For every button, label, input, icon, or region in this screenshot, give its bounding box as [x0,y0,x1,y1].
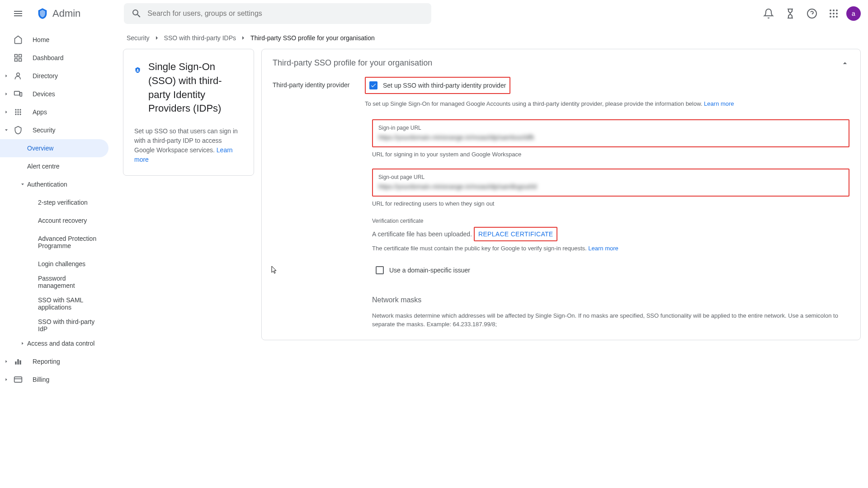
search-bar[interactable] [124,3,431,24]
svg-rect-10 [15,55,18,57]
svg-rect-11 [19,55,22,57]
svg-point-21 [17,111,19,113]
card-icon [14,375,23,384]
svg-rect-16 [20,93,22,96]
header-actions: a [760,5,861,23]
svg-point-17 [15,109,16,110]
sidebar-item-login-challenges[interactable]: Login challenges [0,255,108,273]
bell-icon [763,8,774,19]
setup-helper: To set up Single Sign-On for managed Goo… [365,99,849,108]
sidebar-item-authentication[interactable]: Authentication [0,175,108,193]
svg-point-18 [17,109,19,110]
devices-icon [14,89,23,99]
checkbox-icon [369,81,377,89]
help-button[interactable] [803,5,821,23]
chevron-right-icon [4,377,9,382]
info-card-description: Set up SSO so that users can sign in wit… [134,127,243,164]
signin-url-helper: URL for signing in to your system and Go… [372,151,849,158]
signin-url-label: Sign-in page URL [378,125,843,131]
chevron-right-icon [4,74,9,78]
certificate-helper: The certificate file must contain the pu… [372,245,849,252]
svg-rect-29 [14,377,22,382]
sidebar-item-security[interactable]: Security [0,121,108,139]
checkbox-icon [376,266,384,274]
avatar[interactable]: a [846,6,861,21]
sidebar-item-directory[interactable]: Directory [0,67,108,85]
sidebar-item-overview[interactable]: Overview [0,139,108,157]
signin-url-input[interactable]: https://yourdomain.miniorange.in/moas/id… [378,134,843,143]
sidebar-item-billing[interactable]: Billing [0,371,108,389]
sidebar-item-account-recovery[interactable]: Account recovery [0,211,108,230]
sidebar-item-access-data-control[interactable]: Access and data control [0,334,108,352]
help-icon [807,8,817,19]
menu-icon [13,8,24,19]
svg-point-3 [836,9,838,11]
panel-header[interactable]: Third-party SSO profile for your organis… [262,49,860,77]
setup-learn-more-link[interactable]: Learn more [704,100,734,107]
app-title: Admin [52,8,80,19]
certificate-learn-more-link[interactable]: Learn more [588,245,618,252]
sidebar-item-sso-saml[interactable]: SSO with SAML applications [0,291,108,316]
svg-point-9 [836,16,838,18]
sidebar-item-alert-centre[interactable]: Alert centre [0,157,108,175]
svg-point-24 [17,113,19,115]
home-icon [14,35,23,44]
main-content: Security SSO with third-party IDPs Third… [116,27,868,488]
svg-point-8 [833,16,835,18]
app-header: Admin a [0,0,868,27]
tasks-button[interactable] [781,5,799,23]
apps-icon [14,108,23,117]
sidebar-item-home[interactable]: Home [0,31,108,49]
chevron-right-icon [153,34,160,42]
dashboard-icon [14,53,23,62]
section-label: Third-party identity provider [273,77,354,329]
sidebar-item-sso-third-party[interactable]: SSO with third-party IdP [0,316,108,334]
sidebar-item-dashboard[interactable]: Dashboard [0,49,108,67]
info-card: Single Sign-On (SSO) with third-party Id… [123,49,254,176]
svg-point-6 [836,13,838,14]
svg-point-2 [833,9,835,11]
breadcrumb-sso-idps[interactable]: SSO with third-party IDPs [164,34,236,42]
sidebar-item-devices[interactable]: Devices [0,85,108,103]
app-logo[interactable]: Admin [36,7,80,20]
breadcrumb: Security SSO with third-party IDPs Third… [123,27,861,49]
replace-certificate-button[interactable]: REPLACE CERTIFICATE [474,227,557,241]
chevron-right-icon [240,34,247,42]
certificate-field: Verification certificate A certificate f… [372,218,849,252]
chevron-right-icon [4,110,9,114]
network-masks-description: Network masks determine which addresses … [372,311,849,329]
menu-button[interactable] [7,3,29,24]
notifications-button[interactable] [760,5,778,23]
chart-icon [14,357,23,366]
search-input[interactable] [147,9,424,18]
signout-url-input[interactable]: https://yourdomain.miniorange.in/moas/id… [378,183,843,192]
svg-point-25 [19,113,21,115]
signout-url-field: Sign-out page URL https://yourdomain.min… [372,169,849,207]
apps-launcher-button[interactable] [825,5,843,23]
svg-rect-15 [14,91,20,95]
sidebar-item-advanced-protection[interactable]: Advanced Protection Programme [0,230,108,255]
setup-sso-checkbox[interactable]: Set up SSO with third-party identity pro… [365,77,510,94]
svg-point-31 [137,69,138,70]
svg-point-5 [833,13,835,14]
admin-logo-icon [36,7,49,20]
security-badge-icon [134,60,141,80]
signout-url-helper: URL for redirecting users to when they s… [372,200,849,207]
sidebar-item-reporting[interactable]: Reporting [0,352,108,371]
svg-point-7 [830,16,831,18]
chevron-right-icon [4,359,9,364]
breadcrumb-security[interactable]: Security [127,34,150,42]
sidebar-item-2step[interactable]: 2-step verification [0,193,108,211]
chevron-down-icon [20,182,25,187]
sidebar-item-apps[interactable]: Apps [0,103,108,121]
certificate-status: A certificate file has been uploaded. [372,230,472,238]
shield-icon [14,126,23,135]
search-icon [131,8,142,19]
sidebar-item-password-management[interactable]: Password management [0,273,108,291]
domain-issuer-checkbox[interactable]: Use a domain-specific issuer [372,263,849,278]
svg-rect-12 [15,59,18,61]
chevron-up-icon [840,59,849,68]
settings-panel: Third-party SSO profile for your organis… [261,49,861,340]
signin-url-field: Sign-in page URL https://yourdomain.mini… [372,119,849,158]
svg-point-20 [15,111,16,113]
